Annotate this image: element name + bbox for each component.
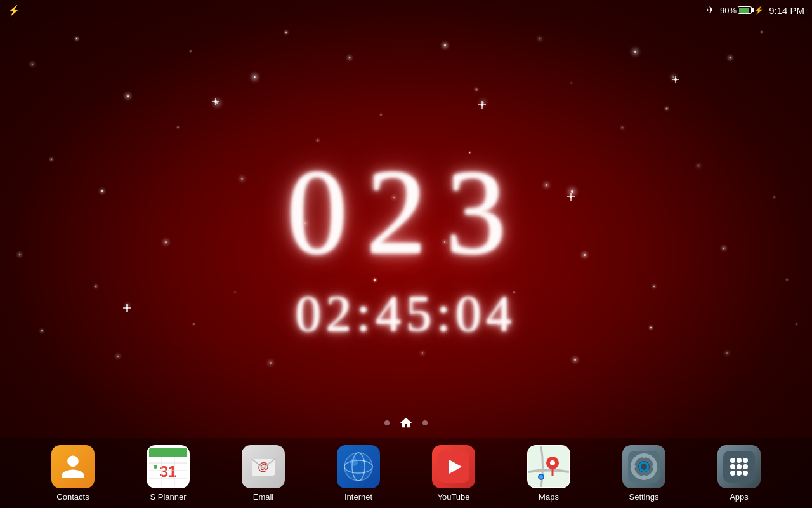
status-right: ✈ 90% ⚡ 9:14 PM xyxy=(707,4,804,16)
svg-point-37 xyxy=(550,460,555,465)
airplane-icon: ✈ xyxy=(707,4,715,16)
svg-text:31: 31 xyxy=(160,463,177,480)
contacts-icon xyxy=(51,445,95,488)
dock-item-apps[interactable]: Apps xyxy=(707,445,771,502)
splanner-label: S Planner xyxy=(150,492,186,502)
email-icon: @ xyxy=(242,445,285,488)
settings-icon xyxy=(622,445,665,488)
svg-rect-45 xyxy=(643,453,645,458)
page-dot-1[interactable] xyxy=(384,420,390,425)
dock-item-settings[interactable]: Settings xyxy=(612,445,676,502)
splanner-icon: 31 xyxy=(147,445,190,488)
svg-point-61 xyxy=(737,471,742,476)
page-dots xyxy=(384,414,428,432)
svg-rect-47 xyxy=(631,465,636,468)
settings-label: Settings xyxy=(629,492,659,502)
svg-point-39 xyxy=(539,475,543,479)
internet-label: Internet xyxy=(344,492,372,502)
svg-rect-48 xyxy=(652,465,657,468)
svg-point-57 xyxy=(730,464,735,469)
dock-item-youtube[interactable]: YouTube xyxy=(422,445,485,502)
apps-icon xyxy=(717,445,761,488)
dock-item-internet[interactable]: Internet xyxy=(327,445,390,502)
svg-point-56 xyxy=(743,458,748,463)
svg-point-31 xyxy=(350,458,358,466)
day-number: 023 xyxy=(287,146,525,279)
battery-bar xyxy=(738,6,752,14)
svg-point-54 xyxy=(730,458,735,463)
svg-rect-46 xyxy=(643,475,645,480)
svg-point-44 xyxy=(641,464,647,470)
charging-icon: ⚡ xyxy=(754,6,764,15)
email-label: Email xyxy=(253,492,274,502)
page-dot-2[interactable] xyxy=(422,420,428,425)
internet-icon xyxy=(337,445,380,488)
contacts-label: Contacts xyxy=(56,492,89,502)
youtube-label: YouTube xyxy=(437,492,469,502)
svg-point-55 xyxy=(737,458,742,463)
status-left: ⚡ xyxy=(8,4,20,17)
dock-item-maps[interactable]: Maps xyxy=(517,445,580,502)
dock: Contacts 31 S Planner xyxy=(0,438,812,508)
svg-text:@: @ xyxy=(258,460,269,473)
time-display: 02:45:04 xyxy=(287,285,525,343)
maps-label: Maps xyxy=(539,492,559,502)
usb-icon: ⚡ xyxy=(8,4,20,17)
youtube-icon xyxy=(432,445,475,488)
apps-label: Apps xyxy=(730,492,749,502)
current-time: 9:14 PM xyxy=(769,5,804,16)
dock-item-contacts[interactable]: Contacts xyxy=(41,445,105,502)
battery-fill xyxy=(739,8,749,13)
svg-point-24 xyxy=(154,465,157,469)
svg-point-59 xyxy=(743,464,748,469)
dock-item-splanner[interactable]: 31 S Planner xyxy=(136,445,200,502)
svg-point-62 xyxy=(743,471,748,476)
svg-point-60 xyxy=(730,471,735,476)
home-button[interactable] xyxy=(397,414,415,432)
battery-indicator: 90% ⚡ xyxy=(720,6,764,15)
status-bar: ⚡ ✈ 90% ⚡ 9:14 PM xyxy=(0,0,812,20)
clock-area: 023 02:45:04 xyxy=(287,146,525,343)
svg-point-58 xyxy=(737,464,742,469)
dock-item-email[interactable]: @ Email xyxy=(232,445,295,502)
battery-percent: 90% xyxy=(720,6,737,15)
svg-rect-17 xyxy=(149,454,187,457)
maps-icon xyxy=(527,445,570,488)
